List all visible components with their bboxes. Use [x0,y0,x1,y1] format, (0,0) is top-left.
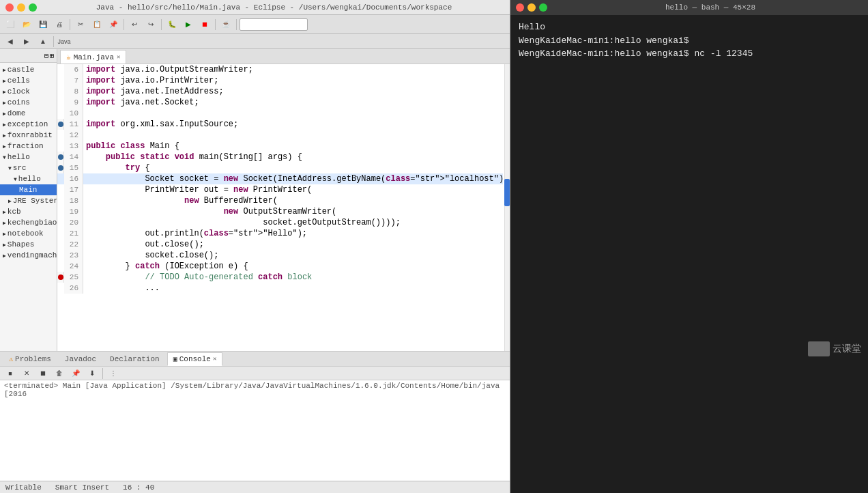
toolbar-undo[interactable]: ↩ [127,18,142,31]
code-line-18: 18 new BufferedWriter( [57,195,503,206]
toolbar-back[interactable]: ◀ [3,35,18,48]
pkg-label-dome: dome [8,109,25,117]
pkg-label-main: Main [19,186,37,194]
pkg-item-castle[interactable]: ▶castle [0,64,57,75]
pkg-item-hello[interactable]: ▼hello [0,152,57,163]
collapse-icon[interactable]: ⊟ [44,52,48,60]
line-num-19: 19 [64,206,83,217]
term-min-button[interactable] [527,3,536,12]
pkg-item-exception[interactable]: ▶exception [0,119,57,130]
code-line-11: 11import org.xml.sax.InputSource; [57,119,503,130]
toolbar-run[interactable]: ▶ [181,18,196,31]
line-num-26: 26 [64,283,83,294]
code-content-15: try { [83,163,153,173]
term-max-button[interactable] [539,3,547,12]
toolbar-java[interactable]: ☕ [218,18,233,31]
code-content-25: // TODO Auto-generated catch block [83,272,315,283]
code-line-26: 26 ... [57,283,503,294]
pkg-item-cells[interactable]: ▶cells [0,75,57,86]
console-scroll[interactable]: ⬇ [85,367,100,380]
code-line-15: 15 try { [57,163,503,173]
eclipse-main: ⊟ ⊞ ▶castle▶cells▶clock▶coins▶dome▶excep… [0,49,510,351]
terminal-content[interactable]: HelloWengKaideMac-mini:hello wengkai$ We… [510,15,868,66]
console-terminate[interactable]: ■ [3,367,18,380]
breakpoint-marker-25[interactable] [57,272,64,283]
maximize-button[interactable] [29,3,37,12]
pkg-item-fraction[interactable]: ▶fraction [0,141,57,152]
toolbar-sep2 [124,19,124,30]
line-num-25: 25 [64,272,83,283]
pkg-item-hello[interactable]: ▼hello [0,173,57,184]
pkg-item-kcb[interactable]: ▶kcb [0,206,57,217]
editor-tab-main[interactable]: ☕ Main.java ✕ [60,50,126,64]
breakpoint-marker-14[interactable] [57,152,64,163]
pkg-item-dome[interactable]: ▶dome [0,108,57,119]
pkg-item-main[interactable]: Main [0,184,57,195]
console-stop[interactable]: ⏹ [35,367,50,380]
code-line-24: 24 } catch (IOException e) { [57,261,503,272]
terminal-window-controls [516,3,547,12]
console-tab-close[interactable]: ✕ [213,355,216,363]
pkg-item-vendingmachi[interactable]: ▶vendingmachi [0,250,57,261]
line-num-17: 17 [64,184,83,195]
bottom-tab-problems[interactable]: ⚠ Problems [3,352,57,366]
code-line-7: 7import java.io.PrintWriter; [57,75,503,86]
toolbar-paste[interactable]: 📌 [106,18,121,31]
toolbar-java-btn[interactable]: Java [57,35,72,48]
pkg-item-kechengbiao[interactable]: ▶kechengbiao [0,217,57,228]
toolbar-print[interactable]: 🖨 [52,18,67,31]
toolbar-debug[interactable]: 🐛 [164,18,179,31]
toolbar-up[interactable]: ▲ [35,35,50,48]
pkg-item-clock[interactable]: ▶clock [0,86,57,97]
pkg-item-coins[interactable]: ▶coins [0,97,57,108]
term-close-button[interactable] [516,3,524,12]
code-editor: ☕ Main.java ✕ 6import java.io.OutputStre… [57,49,510,351]
pkg-label-clock: clock [8,87,30,96]
toolbar-open[interactable]: 📂 [19,18,34,31]
toolbar-copy[interactable]: 📋 [89,18,104,31]
breakpoint-marker-15[interactable] [57,163,64,173]
pkg-item-foxnrabbit[interactable]: ▶foxnrabbit [0,130,57,141]
bottom-tab-declaration[interactable]: Declaration [104,352,166,366]
expand-icon[interactable]: ⊞ [50,52,54,60]
code-content-18: new BufferedWriter( [83,195,280,206]
line-num-7: 7 [64,75,83,86]
bottom-tab-javadoc[interactable]: Javadoc [59,352,102,366]
code-line-14: 14 public static void main(String[] args… [57,152,503,163]
watermark: 云课堂 [808,341,861,356]
search-input[interactable] [240,18,308,31]
code-content-9: import java.net.Socket; [83,97,202,108]
bottom-tab-console[interactable]: ▣ Console ✕ [167,352,223,366]
console-remove[interactable]: ✕ [19,367,34,380]
toolbar-forward[interactable]: ▶ [19,35,34,48]
console-sep1 [102,368,103,379]
code-content-22: out.close(); [83,239,207,250]
tab-label: Main.java [74,53,114,61]
tab-close-icon[interactable]: ✕ [117,53,120,61]
pkg-item-src[interactable]: ▼src [0,163,57,173]
code-line-20: 20 socket.getOutputStream()))); [57,217,503,228]
console-pin[interactable]: 📌 [68,367,83,380]
scroll-indicator[interactable] [504,179,510,206]
close-button[interactable] [5,3,14,12]
minimize-button[interactable] [17,3,25,12]
toolbar-save[interactable]: 💾 [35,18,50,31]
eclipse-toolbar: ⬜ 📂 💾 🖨 ✂ 📋 📌 ↩ ↪ 🐛 ▶ ⏹ ☕ [0,15,510,34]
toolbar-cut[interactable]: ✂ [73,18,88,31]
pkg-label-foxnrabbit: foxnrabbit [8,131,53,139]
pkg-item-notebook[interactable]: ▶notebook [0,228,57,239]
pkg-label-castle: castle [8,66,35,74]
toolbar-new[interactable]: ⬜ [3,18,18,31]
package-explorer-content: ▶castle▶cells▶clock▶coins▶dome▶exception… [0,63,57,351]
pkg-item-shapes[interactable]: ▶Shapes [0,239,57,250]
toolbar-stop[interactable]: ⏹ [197,18,212,31]
toolbar-redo[interactable]: ↪ [143,18,158,31]
console-more[interactable]: ⋮ [106,367,121,380]
code-line-12: 12 [57,130,503,141]
code-area[interactable]: 6import java.io.OutputStreamWriter;7impo… [57,64,510,351]
pkg-item-jre-syster[interactable]: ▶JRE Syster [0,195,57,206]
console-clear[interactable]: 🗑 [52,367,67,380]
code-content-14: public static void main(String[] args) { [83,152,305,163]
breakpoint-marker-11[interactable] [57,119,64,130]
code-content-24: } catch (IOException e) { [83,261,251,272]
